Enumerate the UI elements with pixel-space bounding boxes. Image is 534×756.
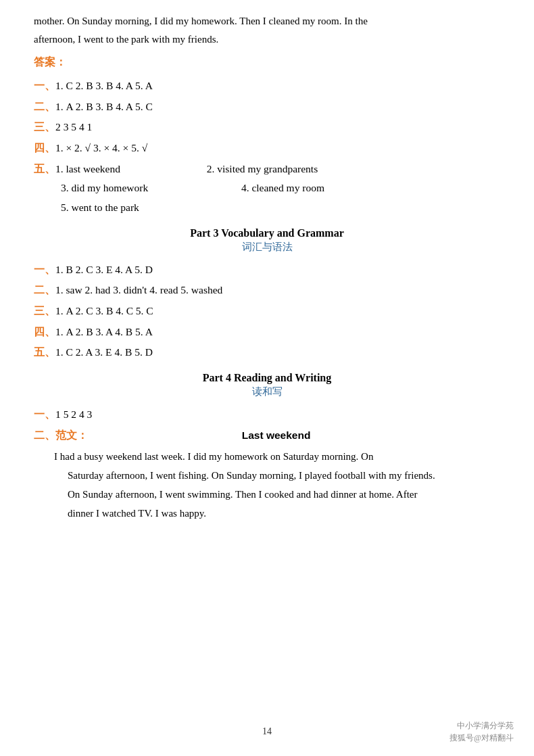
p3-content-1: 1. B 2. C 3. E 4. A 5. D [55, 264, 153, 275]
p4-answer-row-1: 一、1 5 2 4 3 [34, 405, 500, 425]
essay-line4: dinner I watched TV. I was happy. [68, 504, 500, 523]
p3-content-2: 1. saw 2. had 3. didn't 4. read 5. washe… [55, 284, 222, 296]
part3-subtitle: 词汇与语法 [34, 241, 500, 254]
answers-label: 答案： [34, 55, 500, 70]
intro-line1: mother. On Sunday morning, I did my home… [34, 16, 368, 26]
essay-title: Last weekend [242, 429, 311, 441]
footer-brand-line1: 中小学满分学苑 [450, 719, 514, 732]
p3-answer-row-5: 五、1. C 2. A 3. E 4. B 5. D [34, 343, 500, 362]
p4-label-2: 二、范文： [34, 429, 88, 441]
page: mother. On Sunday morning, I did my home… [0, 0, 534, 756]
essay-title-row: 二、范文： Last weekend [34, 426, 500, 446]
footer-brand: 中小学满分学苑 搜狐号@对精翻斗 [450, 719, 514, 744]
content-1: 1. C 2. B 3. B 4. A 5. A [55, 80, 153, 91]
content-3: 2 3 5 4 1 [55, 121, 92, 133]
p3-label-3: 三、 [34, 305, 55, 316]
p3-answer-row-4: 四、1. A 2. B 3. A 4. B 5. A [34, 323, 500, 342]
p3-label-4: 四、 [34, 326, 55, 337]
answer-row-4: 四、1. × 2. √ 3. × 4. × 5. √ [34, 139, 500, 158]
p3-content-5: 1. C 2. A 3. E 4. B 5. D [55, 346, 153, 358]
p4-label-1: 一、 [34, 408, 55, 420]
part4-header: Part 4 Reading and Writing [34, 372, 500, 384]
label-1: 一、 [34, 80, 55, 91]
essay-paragraph: I had a busy weekend last week. I did my… [34, 448, 500, 523]
footer-brand-line2: 搜狐号@对精翻斗 [450, 732, 514, 744]
p3-label-1: 一、 [34, 264, 55, 275]
answer-row-3: 三、2 3 5 4 1 [34, 118, 500, 137]
p3-answer-row-2: 二、1. saw 2. had 3. didn't 4. read 5. was… [34, 281, 500, 300]
p3-content-4: 1. A 2. B 3. A 4. B 5. A [55, 326, 153, 337]
label-2: 二、 [34, 101, 55, 112]
footer-page-number: 14 [262, 726, 272, 737]
label-4: 四、 [34, 142, 55, 153]
essay-line3: On Sunday afternoon, I went swimming. Th… [68, 486, 500, 504]
wu-line1-left: 1. last weekend [55, 163, 120, 174]
wu-line3-text: 5. went to the park [61, 202, 139, 213]
wu-line2-left: 3. did my homework [61, 182, 148, 193]
wu-line3: 5. went to the park [61, 198, 500, 218]
answer-row-5: 五、1. last weekend 2. visited my grandpar… [34, 160, 500, 179]
essay-line2: Saturday afternoon, I went fishing. On S… [68, 467, 500, 486]
wu-line1-right: 2. visited my grandparents [207, 163, 318, 174]
part3-header: Part 3 Vocabulary and Grammar [34, 227, 500, 239]
p4-content-1: 1 5 2 4 3 [55, 408, 92, 420]
label-3: 三、 [34, 121, 55, 133]
content-4: 1. × 2. √ 3. × 4. × 5. √ [55, 142, 147, 153]
p3-answer-row-3: 三、1. A 2. C 3. B 4. C 5. C [34, 302, 500, 321]
p3-label-2: 二、 [34, 284, 55, 296]
answer-row-1: 一、1. C 2. B 3. B 4. A 5. A [34, 76, 500, 96]
answer-row-2: 二、1. A 2. B 3. B 4. A 5. C [34, 97, 500, 117]
intro-text: mother. On Sunday morning, I did my home… [34, 12, 500, 49]
wu-line2: 3. did my homework 4. cleaned my room [61, 179, 500, 198]
p3-answer-row-1: 一、1. B 2. C 3. E 4. A 5. D [34, 260, 500, 280]
part4-subtitle: 读和写 [34, 385, 500, 398]
label-5: 五、 [34, 163, 55, 174]
content-2: 1. A 2. B 3. B 4. A 5. C [55, 101, 153, 112]
p3-content-3: 1. A 2. C 3. B 4. C 5. C [55, 305, 153, 316]
essay-line1: I had a busy weekend last week. I did my… [34, 448, 500, 467]
p3-label-5: 五、 [34, 346, 55, 358]
wu-line2-right: 4. cleaned my room [241, 182, 324, 193]
intro-line2: afternoon, I went to the park with my fr… [34, 34, 218, 45]
